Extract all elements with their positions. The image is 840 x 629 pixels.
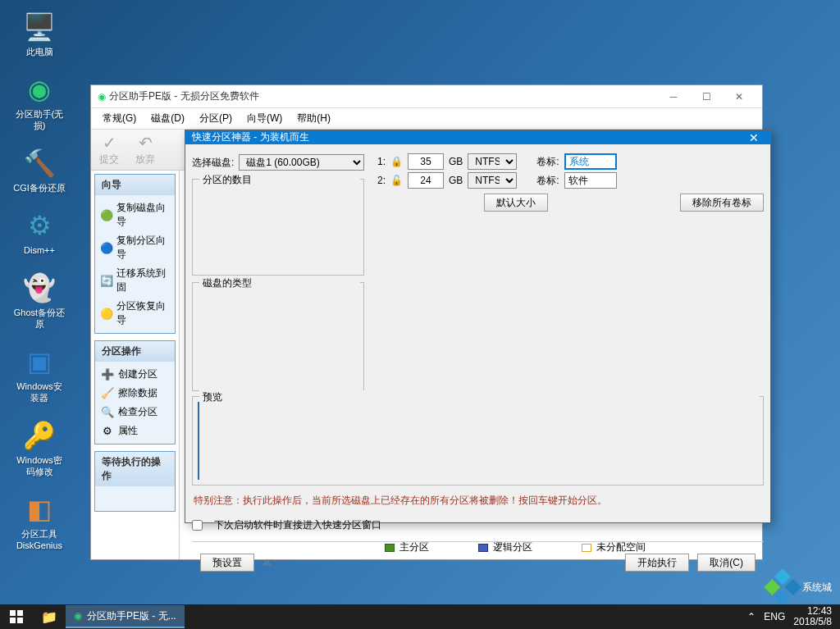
menu-item-3[interactable]: 向导(W) <box>240 109 289 128</box>
default-size-button[interactable]: 默认大小 <box>484 194 548 212</box>
volume-label-input-1[interactable] <box>564 172 617 189</box>
lock-icon[interactable]: 🔓 <box>390 175 403 186</box>
dialog-titlebar: 快速分区神器 - 为装机而生 ✕ <box>185 130 770 144</box>
desktop-icon-ghost-backup[interactable]: 👻Ghost备份还原 <box>10 267 69 333</box>
taskbar-app[interactable]: ◉分区助手PE版 - 无... <box>66 605 185 628</box>
quick-partition-dialog: 快速分区神器 - 为装机而生 ✕ 选择磁盘: 磁盘1 (60.00GB) 分区的… <box>185 130 771 523</box>
select-disk-label: 选择磁盘: <box>192 156 234 170</box>
pending-panel-header: 等待执行的操作 <box>95 452 175 486</box>
menu-item-0[interactable]: 常规(G) <box>96 109 143 128</box>
start-button[interactable] <box>0 604 33 629</box>
desktop-icon-diskgenius[interactable]: ◧分区工具 DiskGenius <box>10 489 69 554</box>
partition-details: 1:🔒GBNTFS卷标:2:🔓GBNTFS卷标: 默认大小 移除所有卷标 <box>374 151 764 391</box>
close-button[interactable]: ✕ <box>723 85 756 108</box>
watermark: 系统城 <box>769 574 832 600</box>
desktop-icon-windows-password[interactable]: 🔑Windows密码修改 <box>10 415 69 481</box>
wizard-item-0[interactable]: 🟢复制磁盘向导 <box>98 198 171 231</box>
wizard-item-2[interactable]: 🔄迁移系统到固 <box>98 264 171 297</box>
partition-row-0: 1:🔒GBNTFS卷标: <box>374 153 764 170</box>
toolbar-0[interactable]: ✓提交 <box>99 133 119 166</box>
main-title: 分区助手PE版 - 无损分区免费软件 <box>109 89 259 103</box>
dialog-title: 快速分区神器 - 为装机而生 <box>192 130 309 144</box>
fs-select-1[interactable]: NTFS <box>468 172 517 189</box>
preset-button[interactable]: 预设置 <box>200 554 254 572</box>
remove-labels-button[interactable]: 移除所有卷标 <box>680 194 764 212</box>
svg-rect-2 <box>10 618 16 623</box>
cancel-button[interactable]: 取消(C) <box>697 554 756 572</box>
svg-rect-3 <box>17 618 23 623</box>
ops-panel-header: 分区操作 <box>95 341 175 362</box>
partition-count-fieldset: 分区的数目 3个分区 4个分区 5个分区 6个分区 2个分区 提示: 您能按1,… <box>192 179 364 276</box>
chk-next-time[interactable]: 下次启动软件时直接进入快速分区窗口 <box>192 518 764 532</box>
sidebar: 向导🟢复制磁盘向导🔵复制分区向导🔄迁移系统到固🟡分区恢复向导 分区操作➕创建分区… <box>91 171 180 559</box>
ops-item-2[interactable]: 🔍检查分区 <box>98 403 171 422</box>
svg-rect-1 <box>17 610 23 616</box>
lock-icon[interactable]: 🔒 <box>390 156 403 167</box>
menu-item-2[interactable]: 分区(P) <box>193 109 239 128</box>
ops-item-1[interactable]: 🧹擦除数据 <box>98 384 171 403</box>
tb-explorer-icon[interactable]: 📁 <box>33 604 66 629</box>
desktop-icon-this-pc[interactable]: 🖥️此电脑 <box>10 7 69 61</box>
wizard-item-3[interactable]: 🟡分区恢复向导 <box>98 297 171 330</box>
maximize-button[interactable]: ☐ <box>690 85 723 108</box>
preview-fieldset: 预览 💽磁盘1 (60.00GB) 2系统35.00GB NTFS软件25.00… <box>192 396 764 485</box>
menubar: 常规(G)磁盘(D)分区(P)向导(W)帮助(H) <box>91 108 762 130</box>
tray-lang[interactable]: ENG <box>764 611 785 622</box>
toolbar-1[interactable]: ↶放弃 <box>135 133 155 166</box>
desktop-icon-partition-assistant[interactable]: ◉分区助手(无损) <box>10 69 69 134</box>
fs-select-0[interactable]: NTFS <box>468 153 517 170</box>
desktop-icon-cgi-backup[interactable]: 🔨CGI备份还原 <box>10 143 69 197</box>
app-icon: ◉ <box>98 91 106 103</box>
main-titlebar: ◉ 分区助手PE版 - 无损分区免费软件 ─ ☐ ✕ <box>91 85 762 108</box>
ops-item-3[interactable]: ⚙属性 <box>98 422 171 440</box>
desktop-icon-dism[interactable]: ⚙Dism++ <box>10 205 69 259</box>
ops-item-0[interactable]: ➕创建分区 <box>98 365 171 384</box>
desktop-icon-windows-installer[interactable]: ▣Windows安装器 <box>10 341 69 407</box>
svg-rect-0 <box>10 610 16 616</box>
volume-label-input-0[interactable] <box>564 153 617 170</box>
taskbar: 📁 ◉分区助手PE版 - 无... ⌃ ENG 12:43 2018/5/8 <box>0 604 840 629</box>
dialog-close-button[interactable]: ✕ <box>744 131 764 144</box>
menu-item-1[interactable]: 磁盘(D) <box>144 109 191 128</box>
size-input-0[interactable] <box>408 153 444 170</box>
start-button[interactable]: 开始执行 <box>625 554 689 572</box>
wizard-panel-header: 向导 <box>95 175 175 195</box>
warning-text: 特别注意：执行此操作后，当前所选磁盘上已经存在的所有分区将被删除！按回车键开始分… <box>194 494 762 508</box>
wizard-item-1[interactable]: 🔵复制分区向导 <box>98 231 171 264</box>
tray-date: 2018/5/8 <box>793 617 832 627</box>
minimize-button[interactable]: ─ <box>657 85 690 108</box>
disk-type-fieldset: 磁盘的类型 MBR GPT 重建MBR 创建ESP和MSR分区 分区对齐到 20… <box>192 282 364 391</box>
partition-row-1: 2:🔓GBNTFS卷标: <box>374 172 764 189</box>
preset-arrows[interactable]: ⩓ <box>262 557 272 568</box>
menu-item-4[interactable]: 帮助(H) <box>290 109 337 128</box>
select-disk-dropdown[interactable]: 磁盘1 (60.00GB) <box>239 154 364 171</box>
tray-up-icon[interactable]: ⌃ <box>747 611 756 622</box>
size-input-1[interactable] <box>408 172 444 189</box>
